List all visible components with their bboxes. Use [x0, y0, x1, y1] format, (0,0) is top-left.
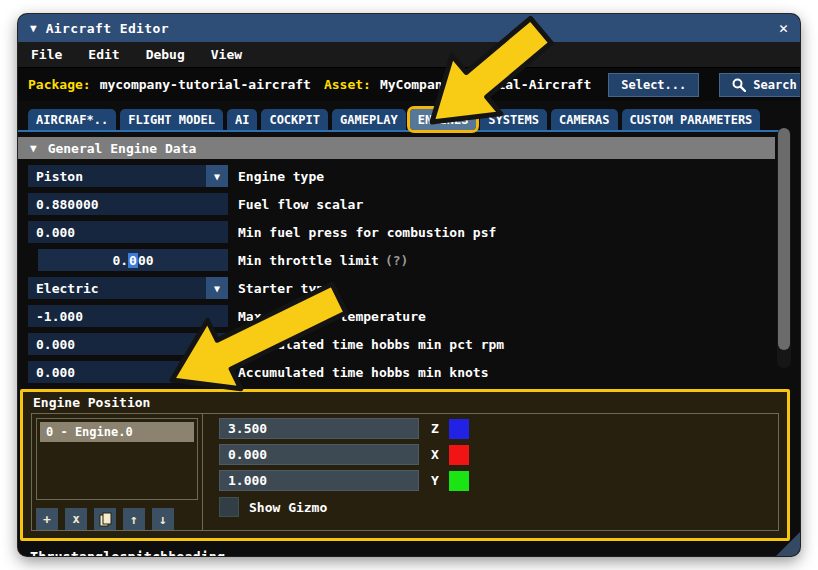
add-engine-button[interactable]: + — [36, 508, 58, 530]
input-text: 0. — [112, 253, 128, 268]
tab-engines[interactable]: ENGINES — [410, 109, 477, 130]
resize-grip[interactable] — [776, 532, 800, 556]
axis-color-swatch-z — [449, 419, 469, 439]
position-y-input[interactable]: 1.000 — [219, 470, 419, 491]
dropdown-value: Piston — [28, 169, 83, 184]
tab-aircraft[interactable]: AIRCRAF*.. — [28, 109, 116, 130]
engine-position-panel: Engine Position 0 - Engine.0 + x — [20, 389, 790, 541]
arrow-up-icon: ↑ — [130, 512, 138, 527]
field-row: 0.000 X — [219, 444, 778, 465]
window-title: Aircraft Editor — [46, 21, 169, 36]
select-button[interactable]: Select... — [608, 73, 699, 97]
menu-item-file[interactable]: File — [18, 47, 75, 62]
titlebar[interactable]: ▼ Aircraft Editor ✕ — [18, 14, 800, 42]
field-row: 1.000 Y — [219, 470, 778, 491]
tab-custom-parameters[interactable]: CUSTOM PARAMETERS — [622, 109, 761, 130]
property-row: 0.000 Accumulated time hobbs min knots — [28, 361, 800, 383]
move-up-button[interactable]: ↑ — [123, 508, 145, 530]
asset-value: MyCompany-Tutorial-Aircraft — [380, 77, 591, 92]
menu-item-edit[interactable]: Edit — [75, 47, 132, 62]
tab-cockpit[interactable]: COCKPIT — [261, 109, 328, 130]
property-row: Piston ▼ Engine type — [28, 165, 800, 187]
input-text: 00 — [138, 253, 154, 268]
axis-color-swatch-y — [449, 471, 469, 491]
property-label: Fuel flow scalar — [238, 197, 363, 212]
property-label: Starter type — [238, 281, 332, 296]
min-fuel-press-input[interactable]: 0.000 — [28, 221, 228, 243]
max-contrail-temperature-input[interactable]: -1.000 — [28, 305, 228, 327]
delete-engine-button[interactable]: x — [65, 508, 87, 530]
property-row: 0.000 Min throttle limit(?) — [28, 249, 800, 271]
engine-list-column: 0 - Engine.0 + x ↑ — [32, 414, 202, 530]
section-header-general-engine-data[interactable]: ▼ General Engine Data — [18, 137, 775, 159]
help-hint[interactable]: (?) — [385, 253, 408, 268]
starter-type-dropdown[interactable]: Electric ▼ — [28, 277, 228, 299]
package-row: Package: mycompany-tutorial-aircraft Ass… — [18, 68, 800, 101]
position-fields: 3.500 Z 0.000 X 1.000 Y — [203, 414, 778, 530]
show-gizmo-label: Show Gizmo — [249, 500, 327, 515]
label-text: Min throttle limit — [238, 253, 379, 268]
field-row: 3.500 Z — [219, 418, 778, 439]
chevron-down-icon[interactable]: ▼ — [206, 165, 228, 187]
engine-position-body: 0 - Engine.0 + x ↑ — [31, 413, 779, 531]
engine-type-dropdown[interactable]: Piston ▼ — [28, 165, 228, 187]
axis-color-swatch-x — [449, 445, 469, 465]
menu-item-debug[interactable]: Debug — [133, 47, 198, 62]
tab-flight-model[interactable]: FLIGHT MODEL — [120, 109, 223, 130]
property-label: Min fuel press for combustion psf — [238, 225, 496, 240]
tab-underline — [18, 130, 788, 132]
tab-ai[interactable]: AI — [227, 109, 257, 130]
arrow-down-icon: ↓ — [159, 512, 167, 527]
engine-list[interactable]: 0 - Engine.0 — [36, 418, 198, 500]
package-label: Package: — [28, 77, 91, 92]
property-label: Max contrail temperature — [238, 309, 426, 324]
search-button[interactable]: Search — [719, 73, 800, 97]
engine-list-toolbar: + x ↑ ↓ — [36, 508, 202, 530]
scrollbar-thumb[interactable] — [778, 128, 790, 350]
menu-item-view[interactable]: View — [198, 47, 255, 62]
engine-list-item-selected[interactable]: 0 - Engine.0 — [40, 422, 194, 442]
section-header-thrust-angles[interactable]: Thrustanglespitchheading — [30, 549, 800, 556]
fuel-flow-scalar-input[interactable]: 0.880000 — [28, 193, 228, 215]
property-row: 0.000 Accumulated time hobbs min pct rpm — [28, 333, 800, 355]
min-throttle-limit-input[interactable]: 0.000 — [38, 249, 228, 271]
property-row: 0.880000 Fuel flow scalar — [28, 193, 800, 215]
close-icon[interactable]: ✕ — [779, 19, 788, 37]
copy-icon — [99, 512, 112, 527]
show-gizmo-row: Show Gizmo — [219, 497, 778, 517]
asset-label: Asset: — [324, 77, 371, 92]
desktop: ▼ Aircraft Editor ✕ File Edit Debug View… — [0, 0, 818, 570]
tab-systems[interactable]: SYSTEMS — [480, 109, 547, 130]
aircraft-editor-window: ▼ Aircraft Editor ✕ File Edit Debug View… — [18, 14, 800, 556]
property-row: 0.000 Min fuel press for combustion psf — [28, 221, 800, 243]
hobbs-min-pct-rpm-input[interactable]: 0.000 — [28, 333, 228, 355]
tab-bar: AIRCRAF*.. FLIGHT MODEL AI COCKPIT GAMEP… — [18, 101, 800, 130]
axis-label-z: Z — [431, 421, 439, 436]
show-gizmo-checkbox[interactable] — [219, 497, 239, 517]
dropdown-value: Electric — [28, 281, 99, 296]
collapse-icon: ▼ — [30, 142, 37, 155]
property-row: Electric ▼ Starter type — [28, 277, 800, 299]
section-title: General Engine Data — [48, 141, 197, 156]
move-down-button[interactable]: ↓ — [152, 508, 174, 530]
tab-cameras[interactable]: CAMERAS — [551, 109, 618, 130]
tab-gameplay[interactable]: GAMEPLAY — [332, 109, 406, 130]
property-rows: Piston ▼ Engine type 0.880000 Fuel flow … — [18, 159, 800, 383]
copy-engine-button[interactable] — [94, 508, 116, 530]
menu-bar: File Edit Debug View — [18, 42, 800, 68]
position-z-input[interactable]: 3.500 — [219, 418, 419, 439]
hobbs-min-knots-input[interactable]: 0.000 — [28, 361, 228, 383]
axis-label-x: X — [431, 447, 439, 462]
text-selection: 0 — [128, 253, 138, 268]
property-label: Min throttle limit(?) — [238, 253, 408, 268]
scrollbar[interactable] — [777, 128, 791, 368]
property-label: Accumulated time hobbs min pct rpm — [238, 337, 504, 352]
search-icon — [732, 78, 746, 92]
property-label: Engine type — [238, 169, 324, 184]
position-x-input[interactable]: 0.000 — [219, 444, 419, 465]
property-row: -1.000 Max contrail temperature — [28, 305, 800, 327]
package-value: mycompany-tutorial-aircraft — [100, 77, 311, 92]
collapse-icon[interactable]: ▼ — [30, 22, 37, 35]
search-button-label: Search — [753, 78, 796, 92]
chevron-down-icon[interactable]: ▼ — [206, 277, 228, 299]
